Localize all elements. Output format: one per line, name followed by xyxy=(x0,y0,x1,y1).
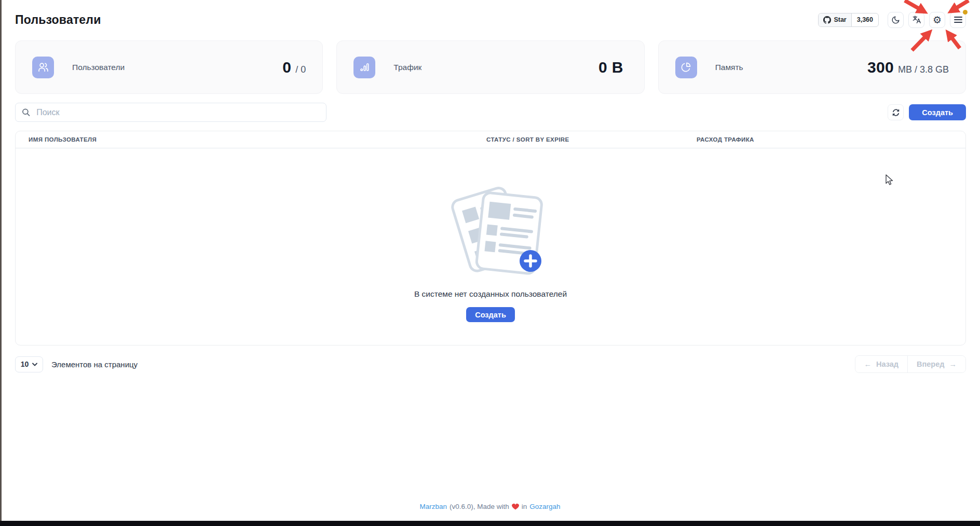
create-user-button[interactable]: Создать xyxy=(909,104,966,120)
users-toolbar: Создать xyxy=(15,103,966,122)
empty-state-message: В системе нет созданных пользователей xyxy=(414,289,567,299)
chevron-down-icon xyxy=(32,363,37,366)
github-star-button[interactable]: Star xyxy=(819,13,851,26)
footer-version-text: (v0.6.0), Made with xyxy=(450,503,509,510)
marzban-link[interactable]: Marzban xyxy=(419,503,447,510)
search-box[interactable] xyxy=(15,103,326,122)
stat-value: 0 xyxy=(282,59,291,76)
empty-create-button[interactable]: Создать xyxy=(466,307,515,322)
github-star-widget[interactable]: Star 3,360 xyxy=(818,13,879,27)
pagination-bar: 10 Элементов на страницу ← Назад Вперед … xyxy=(15,355,966,373)
stat-card-users: Пользователи 0 / 0 xyxy=(15,40,323,94)
stat-label: Пользователи xyxy=(72,63,125,72)
bar-chart-icon xyxy=(359,61,371,73)
moon-icon xyxy=(891,16,900,24)
gear-icon: ⚙ xyxy=(933,15,942,25)
theme-toggle-button[interactable] xyxy=(888,12,904,28)
stat-value: 0 B xyxy=(598,59,623,76)
hamburger-icon xyxy=(954,16,963,24)
notification-dot xyxy=(963,10,968,15)
next-page-button[interactable]: Вперед → xyxy=(907,356,965,372)
heart-icon xyxy=(512,503,519,510)
gozargah-link[interactable]: Gozargah xyxy=(529,503,560,510)
plus-icon xyxy=(520,250,541,272)
users-icon xyxy=(37,61,49,73)
github-icon xyxy=(823,16,831,24)
window-bottom-edge xyxy=(0,521,980,526)
page-title: Пользователи xyxy=(15,13,101,27)
pager-nav: ← Назад Вперед → xyxy=(855,355,966,373)
github-star-label: Star xyxy=(834,16,846,23)
stat-value: 300 xyxy=(867,59,894,76)
stat-suffix: / 0 xyxy=(295,64,306,75)
menu-button[interactable] xyxy=(950,12,966,28)
stat-suffix: MB / 3.8 GB xyxy=(898,64,949,75)
stat-card-memory: Память 300 MB / 3.8 GB xyxy=(658,40,966,94)
column-header-status-sort[interactable]: СТАТУС / SORT BY EXPIRE xyxy=(486,136,697,143)
window-left-edge xyxy=(0,0,2,526)
search-input[interactable] xyxy=(35,107,320,118)
language-button[interactable] xyxy=(908,12,924,28)
users-table: ИМЯ ПОЛЬЗОВАТЕЛЯ СТАТУС / SORT BY EXPIRE… xyxy=(15,131,966,345)
github-star-count[interactable]: 3,360 xyxy=(852,13,878,26)
stat-label: Трафик xyxy=(393,63,421,72)
arrow-right-icon: → xyxy=(949,360,957,368)
stat-cards: Пользователи 0 / 0 Трафик 0 B xyxy=(15,40,966,94)
prev-page-button[interactable]: ← Назад xyxy=(855,356,908,372)
pie-chart-icon xyxy=(680,61,692,73)
footer: Marzban (v0.6.0), Made with in Gozargah xyxy=(0,503,980,510)
empty-state: В системе нет созданных пользователей Со… xyxy=(16,148,965,322)
column-header-username[interactable]: ИМЯ ПОЛЬЗОВАТЕЛЯ xyxy=(29,136,486,143)
table-header-row: ИМЯ ПОЛЬЗОВАТЕЛЯ СТАТУС / SORT BY EXPIRE… xyxy=(16,131,965,148)
arrow-left-icon: ← xyxy=(864,360,872,368)
page-header: Пользователи Star 3,360 xyxy=(15,9,966,30)
marzban-users-page: Пользователи Star 3,360 xyxy=(0,0,980,526)
refresh-icon xyxy=(892,108,900,117)
page-size-value: 10 xyxy=(21,360,29,368)
search-icon xyxy=(22,108,30,117)
settings-button[interactable]: ⚙ xyxy=(929,12,945,28)
stat-label: Память xyxy=(715,63,743,72)
page-size-select[interactable]: 10 xyxy=(15,356,43,372)
footer-in-text: in xyxy=(522,503,527,510)
page-size-label: Элементов на страницу xyxy=(51,360,138,369)
translate-icon xyxy=(912,15,921,24)
refresh-button[interactable] xyxy=(888,104,904,120)
stat-card-traffic: Трафик 0 B xyxy=(336,40,644,94)
topbar-actions: Star 3,360 ⚙ xyxy=(818,12,966,28)
column-header-traffic[interactable]: РАСХОД ТРАФИКА xyxy=(697,136,952,143)
empty-documents-illustration xyxy=(431,178,550,283)
